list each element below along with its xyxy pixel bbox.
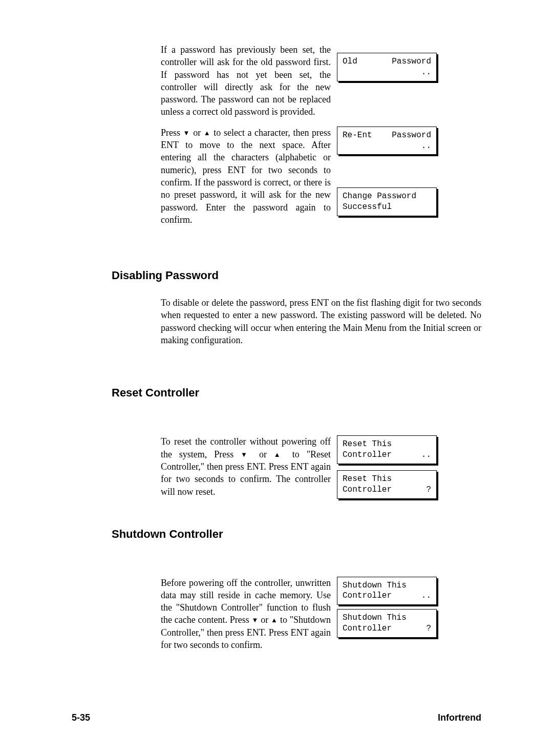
lcd-text: Controller [343, 623, 392, 634]
brand-name: Infortrend [438, 712, 481, 723]
lcd-row: Reset This [343, 439, 431, 450]
lcd-col-2: Re-Ent Password .. Change Password Succe… [331, 127, 481, 226]
lcd-reset-1: Reset This Controller .. [337, 435, 437, 464]
lcd-row: Controller .. [343, 450, 431, 460]
reset-text: To reset the controller without powering… [161, 435, 331, 500]
heading-disabling-password: Disabling Password [112, 269, 481, 282]
lcd-col-1: Old Password .. [331, 44, 481, 92]
lcd-text: .. [421, 591, 431, 601]
page-number: 5-35 [72, 712, 90, 723]
lcd-text: Controller [343, 450, 392, 460]
lcd-reenter-password: Re-Ent Password .. [337, 127, 437, 155]
para-reset: To reset the controller without powering… [161, 435, 331, 497]
para-shutdown: Before powering off the controller, unwr… [161, 577, 331, 652]
lcd-shutdown-2: Shutdown This Controller ? [337, 609, 437, 638]
password-row2: Press ▼ or ▲ to select a character, then… [161, 127, 481, 229]
down-triangle-icon: ▼ [183, 129, 190, 137]
lcd-text: .. [421, 450, 431, 460]
lcd-row: Old Password [343, 56, 431, 67]
lcd-row: .. [343, 141, 431, 152]
shutdown-text: Before powering off the controller, unwr… [161, 577, 331, 655]
down-triangle-icon: ▼ [251, 616, 258, 624]
section-disable-body: To disable or delete the password, press… [112, 297, 481, 346]
para-select-char: Press ▼ or ▲ to select a character, then… [161, 127, 331, 226]
up-triangle-icon: ▲ [271, 616, 278, 624]
text: or [259, 615, 271, 625]
text: Press [161, 128, 183, 138]
password-text1: If a password has previously been set, t… [161, 44, 331, 121]
lcd-row: Change Password [343, 191, 431, 202]
lcd-old-password: Old Password .. [337, 53, 437, 81]
reset-row: To reset the controller without powering… [161, 435, 481, 509]
para-old-password: If a password has previously been set, t… [161, 44, 331, 118]
down-triangle-icon: ▼ [241, 451, 252, 458]
lcd-text: ? [421, 623, 431, 634]
lcd-row: Shutdown This [343, 613, 431, 623]
lcd-row: Controller .. [343, 591, 431, 601]
up-triangle-icon: ▲ [274, 451, 285, 458]
lcd-reset-2: Reset This Controller ? [337, 470, 437, 499]
lcd-row: Reset This [343, 474, 431, 485]
page: If a password has previously been set, t… [0, 0, 553, 756]
lcd-text: Password [392, 130, 431, 141]
reset-lcds: Reset This Controller .. Reset This Cont… [331, 435, 481, 509]
lcd-text: .. [421, 141, 431, 152]
lcd-text: Controller [343, 485, 392, 495]
password-text2: Press ▼ or ▲ to select a character, then… [161, 127, 331, 229]
lcd-text: Password [392, 56, 431, 67]
lcd-text: Controller [343, 591, 392, 601]
lcd-text: Old [343, 56, 357, 67]
section-reset: To reset the controller without powering… [112, 435, 481, 509]
para-disable: To disable or delete the password, press… [161, 297, 481, 346]
password-row1: If a password has previously been set, t… [161, 44, 481, 121]
heading-shutdown-controller: Shutdown Controller [112, 528, 481, 541]
heading-reset-controller: Reset Controller [112, 386, 481, 400]
lcd-row: .. [343, 67, 431, 78]
lcd-shutdown-1: Shutdown This Controller .. [337, 577, 437, 605]
shutdown-row: Before powering off the controller, unwr… [161, 577, 481, 655]
lcd-change-successful: Change Password Successful [337, 187, 437, 216]
lcd-row: Controller ? [343, 623, 431, 634]
lcd-text: ? [421, 485, 431, 495]
lcd-row: Successful [343, 202, 431, 213]
text: to select a character, then press ENT to… [161, 128, 331, 225]
page-footer: 5-35 Infortrend [72, 712, 481, 723]
lcd-text: Re-Ent [343, 130, 372, 141]
lcd-row: Shutdown This [343, 580, 431, 591]
section-password: If a password has previously been set, t… [112, 44, 481, 229]
up-triangle-icon: ▲ [204, 129, 211, 137]
lcd-row: Controller ? [343, 485, 431, 495]
shutdown-lcds: Shutdown This Controller .. Shutdown Thi… [331, 577, 481, 648]
text: or [190, 128, 204, 138]
section-shutdown: Before powering off the controller, unwr… [112, 577, 481, 655]
lcd-row: Re-Ent Password [343, 130, 431, 141]
lcd-text: .. [421, 67, 431, 78]
text: or [252, 449, 274, 459]
